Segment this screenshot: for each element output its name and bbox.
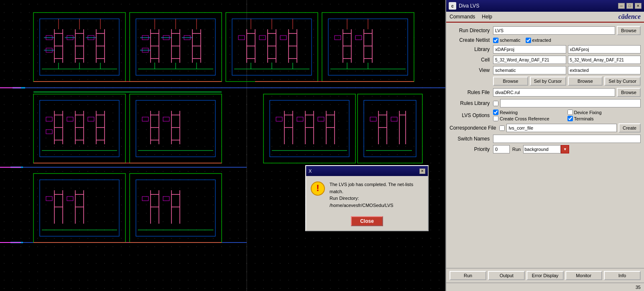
priority-row: Priority Run ▼ [450,145,641,153]
lvs-options-grid: Rewiring Device Fixing Create Cross Refe… [493,110,641,121]
menu-bar: Commands Help cādence [446,12,644,23]
popup-dialog: X ✕ ! The LVS job has completed. The net… [305,165,429,231]
bottom-buttons-bar: Run Output Error Display Monitor Info [446,268,644,283]
popup-content: ! The LVS job has completed. The net-lis… [306,176,428,214]
library-extracted-input[interactable] [568,45,641,54]
create-cross-ref-checkbox-item: Create Cross Reference [493,116,567,121]
popup-close-dialog-button[interactable]: Close [351,216,383,226]
corr-file-checkbox[interactable] [499,125,505,131]
cell-extracted-input[interactable] [568,56,641,64]
title-text: Diva LVS [459,3,479,9]
svg-rect-2 [0,0,445,291]
output-button[interactable]: Output [488,271,525,280]
device-fixing-label: Device Fixing [574,110,602,115]
extracted-checkbox-item: extracted [526,38,551,43]
library-row: Library [450,45,641,54]
popup-message-line2: Run Directory: /home/acevesfr/CMOSedu/LV… [330,195,424,209]
view-label: View [450,67,491,73]
library-schematic-input[interactable] [493,45,566,54]
diva-lvs-panel: c Diva LVS ─ □ ✕ Commands Help cādence R… [445,0,644,291]
error-display-button[interactable]: Error Display [526,271,563,280]
extracted-label: extracted [532,38,551,43]
popup-title-bar: X ✕ [306,166,428,176]
priority-label: Priority [450,146,491,152]
title-bar-left: c Diva LVS [449,2,479,10]
cell-inputs [493,56,641,64]
popup-message-line1: The LVS job has completed. The net-lists… [330,181,424,195]
menu-commands[interactable]: Commands [450,14,475,20]
monitor-button[interactable]: Monitor [565,271,602,280]
browse-schematic-button[interactable]: Browse [493,77,528,86]
run-mode-dropdown-button[interactable]: ▼ [561,145,569,153]
device-fixing-checkbox[interactable] [567,110,573,115]
schematic-checkbox[interactable] [493,38,498,43]
form-area: Run Directory Browse Create Netlist sche… [446,23,644,268]
view-inputs [493,66,641,74]
rewiring-label: Rewiring [500,110,518,115]
browse-extracted-button[interactable]: Browse [568,77,603,86]
run-button[interactable]: Run [450,271,486,280]
status-value: 35 [636,285,641,290]
browse-run-directory-button[interactable]: Browse [617,26,641,35]
extracted-checkbox[interactable] [526,38,531,43]
corr-file-row-inner: Create [499,123,641,133]
lvs-options-row: LVS Options Rewiring Device Fixing Creat… [450,110,641,121]
svg-text:!: ! [316,183,319,193]
corr-file-input[interactable] [506,124,617,132]
close-button[interactable]: ✕ [635,3,641,9]
create-netlist-label: Create Netlist [450,37,491,43]
create-netlist-row: Create Netlist schematic extracted [450,37,641,43]
switch-names-label: Switch Names [450,136,491,142]
popup-close-button[interactable]: ✕ [419,168,425,174]
device-fixing-checkbox-item: Device Fixing [567,110,641,115]
cell-schematic-input[interactable] [493,56,566,64]
terminals-checkbox[interactable] [567,116,573,121]
circuit-canvas-area [0,0,445,291]
view-row: View [450,66,641,74]
correspondence-file-row: Correspondence File Create [450,123,641,133]
rules-file-input[interactable] [493,88,615,97]
run-mode-input[interactable] [523,145,561,153]
priority-run-row: Run ▼ [493,145,569,153]
rules-library-input[interactable] [500,99,641,107]
sel-by-cursor-extracted-button[interactable]: Sel by Cursor [604,77,641,86]
rules-library-checkbox[interactable] [493,101,498,106]
rules-file-label: Rules File [450,89,491,95]
schematic-checkbox-item: schematic [493,38,521,43]
cell-row: Cell [450,56,641,64]
title-controls: ─ □ ✕ [618,3,641,9]
rewiring-checkbox[interactable] [493,110,498,115]
priority-input[interactable] [493,145,510,153]
library-inputs [493,45,641,54]
terminals-checkbox-item: Terminals [567,116,641,121]
menu-help[interactable]: Help [482,14,492,20]
switch-names-row: Switch Names [450,135,641,143]
run-directory-input[interactable] [493,26,615,35]
correspondence-file-label: Correspondence File [450,125,498,131]
info-button[interactable]: Info [604,271,641,280]
rewiring-checkbox-item: Rewiring [493,110,567,115]
run-directory-label: Run Directory [450,28,491,33]
restore-button[interactable]: □ [626,3,633,9]
view-schematic-input[interactable] [493,66,566,74]
rules-file-row: Rules File Browse [450,88,641,97]
warning-icon: ! [310,181,325,196]
run-mode-label: Run [512,147,521,152]
library-label: Library [450,46,491,52]
create-cross-ref-checkbox[interactable] [493,116,498,121]
browse-rules-button[interactable]: Browse [617,88,641,97]
popup-footer: Close [306,214,428,230]
sel-by-cursor-schematic-button[interactable]: Sel by Cursor [530,77,566,86]
terminals-label: Terminals [574,116,594,121]
create-corr-file-button[interactable]: Create [618,123,641,133]
minimize-button[interactable]: ─ [618,3,625,9]
rules-library-label: Rules Library [450,100,491,106]
menu-items: Commands Help [450,14,492,20]
popup-title-text: X [309,168,312,174]
switch-names-input[interactable] [493,135,641,143]
cell-label: Cell [450,57,491,63]
title-bar: c Diva LVS ─ □ ✕ [446,0,644,12]
schematic-label: schematic [500,38,521,43]
status-bar: 35 [446,283,644,291]
view-extracted-input[interactable] [568,66,641,74]
